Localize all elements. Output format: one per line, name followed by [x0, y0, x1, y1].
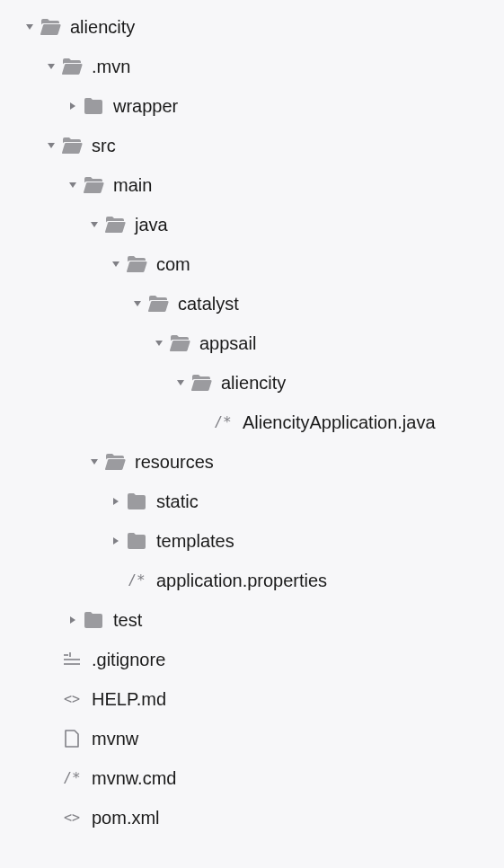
tree-item-label: templates [156, 531, 234, 552]
tree-item-label: .gitignore [92, 650, 165, 670]
tree-item-file[interactable]: AliencityApplication.java [0, 403, 504, 442]
tree-item-folder[interactable]: resources [0, 442, 504, 482]
cmd-file-icon [59, 768, 84, 788]
tree-item-folder[interactable]: aliencity [0, 363, 504, 403]
folder-closed-icon [81, 96, 106, 116]
folder-closed-icon [81, 610, 106, 630]
tree-item-label: static [156, 492, 199, 512]
tree-item-label: appsail [199, 333, 256, 354]
xml-file-icon [59, 808, 84, 828]
gitignore-file-icon [59, 650, 84, 669]
tree-item-file[interactable]: mvnw [0, 719, 504, 758]
tree-item-folder[interactable]: static [0, 482, 504, 521]
tree-item-label: .mvn [92, 57, 130, 77]
tree-item-label: mvnw [92, 729, 138, 749]
folder-closed-icon [124, 531, 149, 551]
folder-open-icon [38, 17, 63, 37]
chevron-right-icon[interactable] [65, 101, 81, 111]
folder-open-icon [59, 136, 84, 155]
tree-item-label: aliencity [70, 17, 135, 38]
chevron-down-icon[interactable] [86, 219, 102, 230]
tree-item-label: application.properties [156, 571, 327, 591]
tree-item-folder[interactable]: main [0, 165, 504, 205]
tree-item-folder[interactable]: appsail [0, 323, 504, 363]
folder-open-icon [102, 452, 128, 472]
chevron-down-icon[interactable] [151, 338, 167, 349]
tree-item-label: main [113, 175, 152, 196]
tree-item-label: AliencityApplication.java [243, 412, 436, 433]
tree-item-label: mvnw.cmd [92, 768, 176, 789]
tree-item-folder[interactable]: java [0, 205, 504, 244]
chevron-down-icon[interactable] [65, 180, 81, 190]
tree-item-folder[interactable]: .mvn [0, 47, 504, 86]
chevron-down-icon[interactable] [172, 377, 189, 388]
tree-item-folder[interactable]: aliencity [0, 7, 504, 47]
chevron-down-icon[interactable] [108, 259, 124, 270]
chevron-right-icon[interactable] [65, 615, 81, 625]
tree-item-label: catalyst [178, 294, 239, 314]
tree-item-folder[interactable]: test [0, 600, 504, 640]
properties-file-icon [124, 571, 149, 590]
chevron-down-icon[interactable] [86, 456, 102, 467]
tree-item-file[interactable]: HELP.md [0, 679, 504, 719]
tree-item-label: pom.xml [92, 808, 160, 828]
tree-item-label: resources [135, 452, 214, 473]
tree-item-file[interactable]: mvnw.cmd [0, 758, 504, 798]
tree-item-folder[interactable]: templates [0, 521, 504, 561]
folder-open-icon [189, 373, 214, 393]
chevron-down-icon[interactable] [22, 22, 38, 32]
folder-open-icon [167, 333, 192, 353]
java-file-icon [210, 412, 235, 432]
folder-open-icon [146, 294, 171, 314]
chevron-down-icon[interactable] [129, 298, 146, 309]
tree-item-folder[interactable]: wrapper [0, 86, 504, 126]
chevron-right-icon[interactable] [108, 536, 124, 546]
generic-file-icon [59, 729, 84, 748]
folder-closed-icon [124, 492, 149, 511]
folder-open-icon [59, 57, 84, 76]
tree-item-label: java [135, 215, 168, 235]
tree-item-folder[interactable]: src [0, 126, 504, 165]
tree-item-label: test [113, 610, 142, 631]
tree-item-folder[interactable]: catalyst [0, 284, 504, 323]
tree-item-label: src [92, 136, 116, 156]
tree-item-label: com [156, 254, 190, 275]
tree-item-label: aliencity [221, 373, 286, 394]
folder-open-icon [81, 175, 106, 195]
tree-item-file[interactable]: .gitignore [0, 640, 504, 679]
folder-open-icon [102, 215, 128, 235]
tree-item-file[interactable]: application.properties [0, 561, 504, 600]
file-tree: aliencity .mvn wrapper src main java [0, 7, 504, 837]
tree-item-label: wrapper [113, 96, 178, 117]
folder-open-icon [124, 254, 149, 274]
chevron-right-icon[interactable] [108, 496, 124, 507]
tree-item-folder[interactable]: com [0, 244, 504, 284]
chevron-down-icon[interactable] [43, 61, 59, 72]
markdown-file-icon [59, 689, 84, 709]
chevron-down-icon[interactable] [43, 140, 59, 151]
tree-item-file[interactable]: pom.xml [0, 798, 504, 837]
tree-item-label: HELP.md [92, 689, 166, 710]
